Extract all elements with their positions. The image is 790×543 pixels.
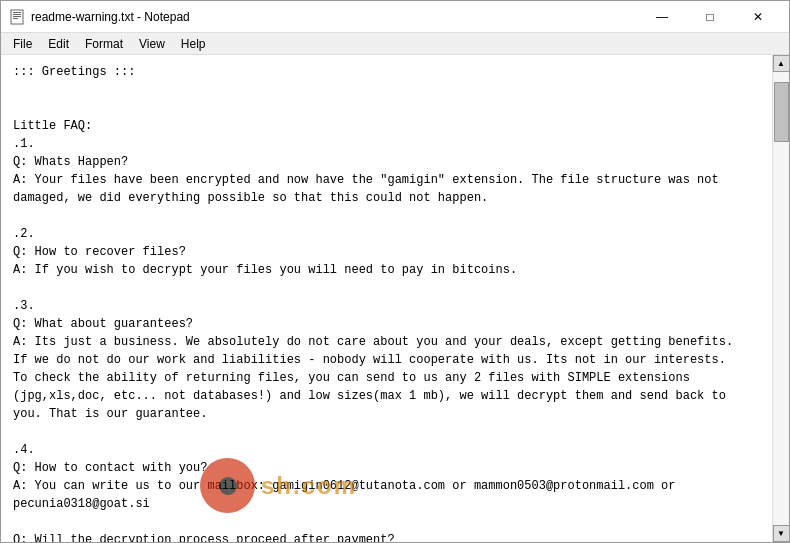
menu-format[interactable]: Format (77, 35, 131, 52)
window-controls: — □ ✕ (639, 5, 781, 29)
window-title: readme-warning.txt - Notepad (31, 10, 190, 24)
svg-rect-3 (13, 16, 21, 17)
text-editor[interactable]: ::: Greetings ::: Little FAQ: .1. Q: Wha… (1, 55, 772, 542)
svg-rect-4 (13, 18, 18, 19)
scrollbar[interactable]: ▲ ▼ (772, 55, 789, 542)
maximize-button[interactable]: □ (687, 5, 733, 29)
minimize-button[interactable]: — (639, 5, 685, 29)
svg-rect-1 (13, 12, 21, 13)
svg-rect-2 (13, 14, 21, 15)
content-area: ::: Greetings ::: Little FAQ: .1. Q: Wha… (1, 55, 789, 542)
title-bar: readme-warning.txt - Notepad — □ ✕ (1, 1, 789, 33)
menu-help[interactable]: Help (173, 35, 214, 52)
close-button[interactable]: ✕ (735, 5, 781, 29)
menu-bar: File Edit Format View Help (1, 33, 789, 55)
scroll-down-button[interactable]: ▼ (773, 525, 790, 542)
scroll-thumb[interactable] (774, 82, 789, 142)
notepad-window: readme-warning.txt - Notepad — □ ✕ File … (0, 0, 790, 543)
title-bar-left: readme-warning.txt - Notepad (9, 9, 190, 25)
menu-file[interactable]: File (5, 35, 40, 52)
scroll-up-button[interactable]: ▲ (773, 55, 790, 72)
menu-edit[interactable]: Edit (40, 35, 77, 52)
scroll-track[interactable] (773, 72, 789, 525)
notepad-icon (9, 9, 25, 25)
menu-view[interactable]: View (131, 35, 173, 52)
